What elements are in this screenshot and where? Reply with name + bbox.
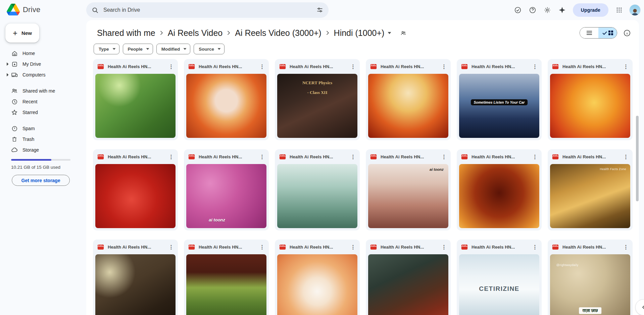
folder-members-icon[interactable] [400,30,406,36]
settings-gear-icon[interactable] [541,3,554,17]
file-title: Health Ai Reels HN... [290,154,346,159]
recent-clock-icon [11,98,18,105]
filter-modified[interactable]: Modified [156,44,191,54]
file-card[interactable]: Health Ai Reels HN... ⋮ [457,149,542,230]
filter-label: Modified [161,47,180,52]
file-card[interactable]: Health Ai Reels HN... ⋮ ai toonz [184,149,269,230]
search-input[interactable] [103,7,312,13]
file-card[interactable]: Health Ai Reels HN... ⋮ [275,149,360,230]
sidebar-item-my-drive[interactable]: My Drive [0,59,86,69]
file-thumbnail [459,164,539,228]
filter-type[interactable]: Type [94,44,119,54]
sidebar-item-trash[interactable]: Trash [0,134,86,145]
filter-label: People [128,47,143,52]
top-bar: Drive [0,0,644,20]
help-icon[interactable] [526,3,539,17]
file-title: Health Ai Reels HN... [290,245,346,250]
search-bar[interactable] [86,2,329,18]
file-card[interactable]: Health Ai Reels HN... ⋮ [184,240,269,315]
view-details-icon[interactable] [623,29,631,37]
breadcrumb-ai-reels-video[interactable]: Ai Reels Video [165,28,226,39]
drive-logo[interactable]: Drive [7,4,40,15]
file-card[interactable]: Health Ai Reels HN... ⋮ [366,59,451,140]
file-card[interactable]: Health Ai Reels HN... ⋮ ai toonz [366,149,451,230]
file-card[interactable]: Health Ai Reels HN... ⋮ NCERT Physics- C… [275,59,360,140]
video-file-icon [279,154,286,160]
file-card[interactable]: Health Ai Reels HN... ⋮ [548,59,633,140]
sidebar-item-recent[interactable]: Recent [0,96,86,107]
file-card[interactable]: Health Ai Reels HN... ⋮ Sometimes Listen… [457,59,542,140]
sidebar-item-storage[interactable]: Storage [0,145,86,155]
expand-arrow-icon[interactable] [6,73,11,76]
filter-source[interactable]: Source [194,44,225,54]
more-options-icon[interactable]: ⋮ [623,244,629,250]
sidebar-item-starred[interactable]: Starred [0,107,86,118]
more-options-icon[interactable]: ⋮ [441,244,447,250]
more-options-icon[interactable]: ⋮ [350,63,356,70]
sidebar-item-label: My Drive [22,61,41,67]
file-thumbnail [186,254,266,315]
file-card[interactable]: Health Ai Reels HN... ⋮ Health Facts Zon… [548,149,633,230]
sidebar-item-computers[interactable]: Computers [0,69,86,80]
more-options-icon[interactable]: ⋮ [259,154,265,160]
breadcrumb-shared-with-me[interactable]: Shared with me [94,28,158,39]
file-thumbnail [277,164,357,228]
list-view-button[interactable] [580,28,598,38]
file-card[interactable]: Health Ai Reels HN... ⋮ @rightwaydailyता… [548,240,633,315]
get-more-storage-button[interactable]: Get more storage [12,175,70,186]
file-card-header: Health Ai Reels HN... ⋮ [93,149,178,164]
vertical-scrollbar[interactable] [636,116,639,201]
cloud-icon [11,147,18,153]
file-card[interactable]: Health Ai Reels HN... ⋮ [366,240,451,315]
search-options-icon[interactable] [316,7,323,13]
more-options-icon[interactable]: ⋮ [350,154,356,160]
breadcrumb-ai-reels-video-3000[interactable]: Ai Reels Video (3000+) [232,28,324,39]
more-options-icon[interactable]: ⋮ [441,63,447,70]
file-card[interactable]: Health Ai Reels HN... ⋮ [184,59,269,140]
more-options-icon[interactable]: ⋮ [259,244,265,250]
gemini-spark-icon[interactable] [555,3,569,17]
more-options-icon[interactable]: ⋮ [532,244,538,250]
more-options-icon[interactable]: ⋮ [350,244,356,250]
sidebar-item-shared-with-me[interactable]: Shared with me [0,86,86,96]
more-options-icon[interactable]: ⋮ [168,154,175,160]
upgrade-button[interactable]: Upgrade [573,3,608,17]
more-options-icon[interactable]: ⋮ [168,244,175,250]
more-options-icon[interactable]: ⋮ [623,154,629,160]
more-options-icon[interactable]: ⋮ [623,63,629,70]
more-options-icon[interactable]: ⋮ [168,63,175,70]
video-file-icon [461,154,468,160]
file-card[interactable]: Health Ai Reels HN... ⋮ CETIRIZINE [457,240,542,315]
more-options-icon[interactable]: ⋮ [441,154,447,160]
sidebar-item-home[interactable]: Home [0,48,86,59]
file-card-header: Health Ai Reels HN... ⋮ [93,59,178,74]
file-card-header: Health Ai Reels HN... ⋮ [275,149,360,164]
file-card[interactable]: Health Ai Reels HN... ⋮ [93,59,178,140]
drive-logo-icon [7,4,20,15]
file-card[interactable]: Health Ai Reels HN... ⋮ [275,240,360,315]
more-options-icon[interactable]: ⋮ [259,63,265,70]
current-folder-label: Hindi (1000+) [334,28,385,38]
breadcrumb-current-folder[interactable]: Hindi (1000+) [331,28,394,39]
account-avatar[interactable] [629,4,641,16]
sidebar-item-spam[interactable]: Spam [0,123,86,134]
video-file-icon [97,154,104,160]
video-file-icon [188,154,195,160]
sidebar-nav: Home My Drive Computers [0,48,86,155]
file-title: Health Ai Reels HN... [381,245,437,250]
expand-arrow-icon[interactable] [6,62,11,66]
offline-status-icon[interactable] [511,3,525,17]
file-card[interactable]: Health Ai Reels HN... ⋮ [93,240,178,315]
grid-view-button[interactable] [598,28,617,38]
more-options-icon[interactable]: ⋮ [532,154,538,160]
new-button[interactable]: + New [5,23,39,43]
file-thumbnail: @rightwaydailyताज़ा छाछ [550,254,630,315]
google-apps-icon[interactable] [612,3,626,17]
video-file-icon [461,244,468,250]
more-options-icon[interactable]: ⋮ [532,63,538,70]
file-card[interactable]: Health Ai Reels HN... ⋮ [93,149,178,230]
filter-people[interactable]: People [123,44,153,54]
file-card-header: Health Ai Reels HN... ⋮ [457,149,542,164]
file-thumbnail [95,254,176,315]
file-card-header: Health Ai Reels HN... ⋮ [548,240,633,254]
